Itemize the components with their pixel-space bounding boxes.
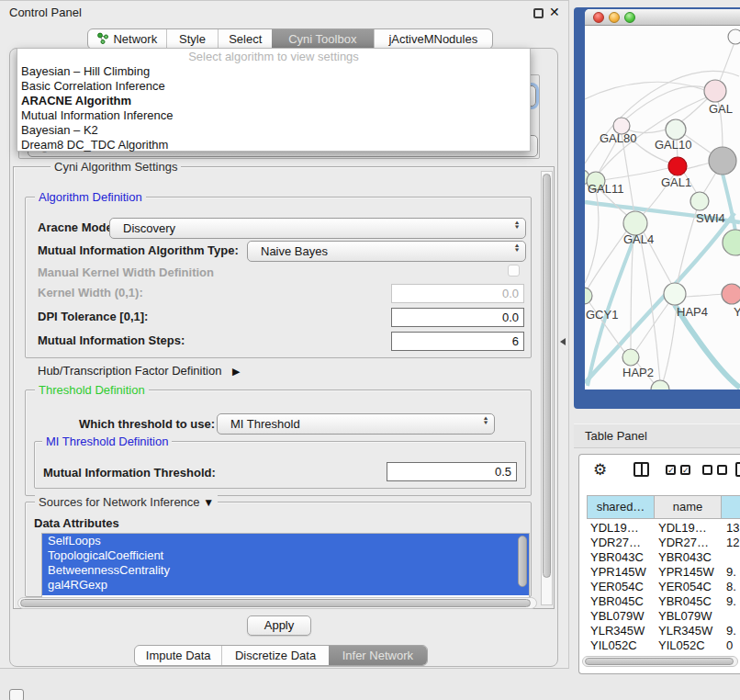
data-attributes-list: SelfLoops TopologicalCoefficient Between… xyxy=(41,533,530,598)
apply-button[interactable]: Apply xyxy=(247,615,311,636)
column-header-clipped[interactable] xyxy=(721,495,740,519)
which-threshold-combo[interactable]: MI Threshold ▲▼ xyxy=(217,413,495,435)
settings-horizontal-scrollbar[interactable] xyxy=(17,597,537,609)
table-mode-icon[interactable] xyxy=(735,462,740,477)
node-gcy1[interactable] xyxy=(585,288,592,304)
settings-group-title: Cyni Algorithm Settings xyxy=(50,160,181,174)
checked-checkbox-icon[interactable]: ✓ xyxy=(666,465,676,475)
scrollbar-thumb[interactable] xyxy=(585,658,734,665)
table-row[interactable]: YDR27…YDR27…12 xyxy=(587,536,740,550)
manual-kernel-checkbox[interactable] xyxy=(508,265,520,277)
aracne-mode-combo[interactable]: Discovery ▲▼ xyxy=(109,218,526,239)
mi-steps-field[interactable]: 6 xyxy=(391,332,524,351)
table-row[interactable]: YER054CYER054C8. xyxy=(587,580,740,594)
minimized-panel-icon[interactable] xyxy=(9,689,24,700)
node-gray[interactable] xyxy=(709,147,736,175)
mi-type-value: Naive Bayes xyxy=(261,244,328,258)
sources-group-title-row[interactable]: Sources for Network Inference ▼ xyxy=(35,495,218,510)
node-swi4[interactable] xyxy=(723,230,740,255)
svg-text:GAL4: GAL4 xyxy=(623,232,654,246)
node-unlabeled[interactable] xyxy=(690,192,709,210)
attribute-item-selected[interactable]: gal4RGexp xyxy=(42,578,529,593)
close-icon[interactable]: ✕ xyxy=(549,5,560,19)
node-gal2[interactable] xyxy=(704,80,726,102)
settings-vertical-scrollbar[interactable] xyxy=(541,171,553,605)
node-unlabeled[interactable] xyxy=(728,29,740,44)
network-node-labels: GAL GAL80 GAL10 GAL1 GAL11 SWI4 GAL4 GCY… xyxy=(586,102,740,379)
close-traffic-light-icon[interactable] xyxy=(593,12,604,23)
tab-cyni-toolbox[interactable]: Cyni Toolbox xyxy=(272,29,374,49)
hub-definition-toggle[interactable]: Hub/Transcription Factor Definition ▶ xyxy=(38,364,240,378)
column-layout-icon[interactable] xyxy=(633,462,649,477)
table-row[interactable]: YBR045CYBR045C9. xyxy=(587,594,740,609)
attribute-item-selected[interactable]: TopologicalCoefficient xyxy=(42,548,529,563)
tab-style-label: Style xyxy=(179,32,206,46)
tab-impute-data[interactable]: Impute Data xyxy=(135,646,221,665)
node-hap4[interactable] xyxy=(664,283,686,305)
minimize-traffic-light-icon[interactable] xyxy=(609,12,620,23)
tab-style[interactable]: Style xyxy=(166,29,219,49)
network-window: GAL GAL80 GAL10 GAL1 GAL11 SWI4 GAL4 GCY… xyxy=(585,9,740,390)
network-window-titlebar[interactable] xyxy=(585,9,740,26)
svg-text:GAL10: GAL10 xyxy=(655,138,691,152)
tab-jactivemnodules[interactable]: jActiveMNodules xyxy=(374,29,492,49)
column-header-shared[interactable]: shared… xyxy=(587,495,655,519)
unchecked-checkbox-icon[interactable] xyxy=(702,465,712,475)
node-hap2[interactable] xyxy=(622,349,639,366)
control-panel-title: Control Panel xyxy=(9,6,82,19)
popup-item[interactable]: Mutual Information Inference xyxy=(17,108,530,123)
node-gal10[interactable] xyxy=(666,119,686,140)
scrollbar-thumb[interactable] xyxy=(20,599,531,607)
tab-discretize-data[interactable]: Discretize Data xyxy=(221,646,328,665)
popup-item[interactable]: Basic Correlation Inference xyxy=(17,79,530,94)
aracne-mode-label: Aracne Mode: xyxy=(38,220,117,234)
mi-threshold-group-title: MI Threshold Definition xyxy=(42,435,172,448)
attribute-item-selected[interactable]: SelfLoops xyxy=(42,534,529,548)
splitpane-collapse-icon[interactable] xyxy=(560,338,566,345)
scrollbar-thumb[interactable] xyxy=(543,174,551,578)
popup-item[interactable]: Bayesian – Hill Climbing xyxy=(17,64,530,79)
algorithm-dropdown-popup: Select algorithm to view settings Bayesi… xyxy=(17,48,531,152)
tab-infer-network-label: Infer Network xyxy=(342,649,413,662)
float-window-icon[interactable] xyxy=(533,8,544,18)
network-canvas[interactable]: GAL GAL80 GAL10 GAL1 GAL11 SWI4 GAL4 GCY… xyxy=(585,26,740,390)
popup-item-selected[interactable]: ARACNE Algorithm xyxy=(17,94,530,108)
attribute-item-selected[interactable]: BetweennessCentrality xyxy=(42,563,529,578)
table-row[interactable]: YIL052CYIL052C0 xyxy=(587,638,740,649)
control-panel-window: Control Panel ✕ Network Style Select Cyn… xyxy=(0,0,569,669)
network-view-frame: GAL GAL80 GAL10 GAL1 GAL11 SWI4 GAL4 GCY… xyxy=(574,7,740,409)
svg-text:GAL11: GAL11 xyxy=(588,182,624,196)
attributes-scrollbar[interactable] xyxy=(518,536,527,591)
tab-infer-network[interactable]: Infer Network xyxy=(329,646,427,665)
table-row[interactable]: YBL079WYBL079W xyxy=(587,609,740,624)
popup-prompt: Select algorithm to view settings xyxy=(17,49,530,64)
svg-text:HAP4: HAP4 xyxy=(677,305,708,319)
unchecked-checkbox-icon[interactable] xyxy=(717,465,727,475)
collapse-down-icon: ▼ xyxy=(203,496,214,510)
gear-icon[interactable]: ⚙ xyxy=(593,460,607,480)
mi-threshold-field[interactable]: 0.5 xyxy=(387,462,517,481)
popup-item[interactable]: Dream8 DC_TDC Algorithm xyxy=(17,138,530,152)
column-header-name[interactable]: name xyxy=(654,495,722,519)
kernel-width-field[interactable]: 0.0 xyxy=(391,284,524,303)
table-row[interactable]: YPR145WYPR145W9. xyxy=(587,565,740,580)
sources-group-title: Sources for Network Inference xyxy=(39,495,200,509)
svg-text:GAL80: GAL80 xyxy=(600,131,636,145)
node-pink[interactable] xyxy=(722,284,740,304)
table-row[interactable]: YBR043CYBR043C xyxy=(587,550,740,565)
table-row[interactable]: YLR345WYLR345W9. xyxy=(587,624,740,638)
table-row[interactable]: YDL19…YDL19…13 xyxy=(587,521,740,536)
kernel-width-label: Kernel Width (0,1): xyxy=(38,286,143,299)
node-bottom-clipped[interactable] xyxy=(651,380,669,390)
popup-item[interactable]: Bayesian – K2 xyxy=(17,123,530,138)
table-horizontal-scrollbar[interactable] xyxy=(582,656,738,667)
checked-checkbox-icon[interactable]: ✓ xyxy=(680,465,690,475)
node-gal1-selected[interactable] xyxy=(668,157,687,175)
dpi-tolerance-field[interactable]: 0.0 xyxy=(391,308,524,327)
mi-type-combo[interactable]: Naive Bayes ▲▼ xyxy=(247,241,526,262)
mi-type-label: Mutual Information Algorithm Type: xyxy=(38,243,239,257)
tab-select[interactable]: Select xyxy=(218,29,272,49)
zoom-traffic-light-icon[interactable] xyxy=(624,12,635,23)
screen: Control Panel ✕ Network Style Select Cyn… xyxy=(0,0,740,700)
tab-network[interactable]: Network xyxy=(88,29,166,49)
